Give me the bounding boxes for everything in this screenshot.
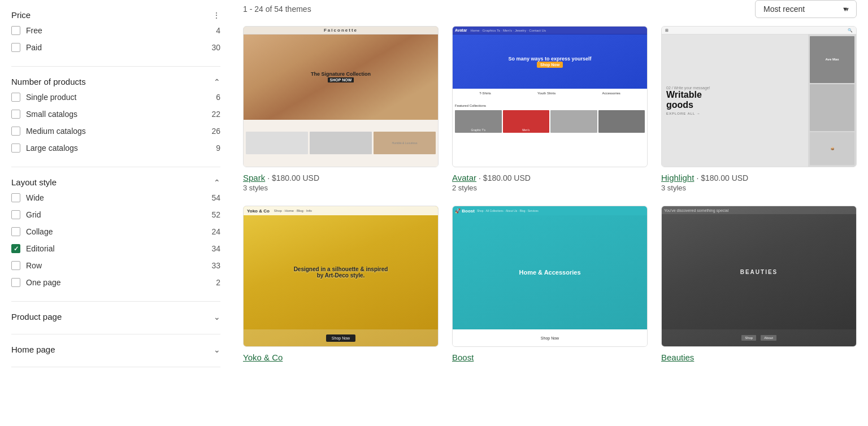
single-product-checkbox[interactable] [11, 93, 20, 102]
paid-checkbox[interactable] [11, 43, 20, 52]
number-of-products-label: Number of products [11, 77, 86, 86]
row-label: Row [26, 261, 42, 270]
paid-label: Paid [26, 43, 42, 52]
wide-checkbox[interactable] [11, 193, 20, 202]
filter-item-medium-catalogs: Medium catalogs 26 [11, 123, 220, 140]
product-page-section: Product page ⌄ [11, 302, 220, 334]
home-page-header[interactable]: Home page ⌄ [11, 345, 220, 354]
sort-chevron-icon: ▼ [842, 6, 848, 12]
boost-name: Boost [452, 353, 474, 362]
theme-card-highlight[interactable]: ⊞ 🔍 02 / Write your message! Writablegoo… [661, 26, 857, 192]
wide-label: Wide [26, 193, 44, 202]
layout-style-section: Layout style ⌃ Wide 54 Grid 52 [11, 167, 220, 302]
collage-checkbox[interactable] [11, 227, 20, 236]
theme-card-boost[interactable]: 🚀 Boost Shop · All Collections · About U… [452, 206, 648, 362]
sidebar: Price ⋮ Free 4 Paid 30 Number of [0, 0, 232, 426]
spark-image: Falconette The Signature CollectionSHOP … [243, 26, 439, 167]
filter-item-row: Row 33 [11, 257, 220, 274]
theme-card-spark[interactable]: Falconette The Signature CollectionSHOP … [243, 26, 439, 192]
grid-count: 52 [211, 210, 220, 219]
filter-item-collage: Collage 24 [11, 223, 220, 240]
home-page-section: Home page ⌄ [11, 334, 220, 367]
number-of-products-section: Number of products ⌃ Single product 6 Sm… [11, 67, 220, 167]
price-chevron-icon: ⋮ [212, 11, 220, 20]
sort-button[interactable]: Most recent ▼ [755, 0, 857, 18]
price-filter-label: Price [11, 10, 31, 20]
spark-price: · $180.00 USD [267, 173, 319, 182]
editorial-count: 34 [211, 244, 220, 253]
boost-info: Boost [452, 353, 648, 362]
small-catalogs-label: Small catalogs [26, 110, 77, 119]
one-page-label: One page [26, 278, 61, 287]
paid-count: 30 [211, 43, 220, 52]
spark-name: Spark [243, 173, 265, 182]
product-page-header[interactable]: Product page ⌄ [11, 312, 220, 321]
boost-image: 🚀 Boost Shop · All Collections · About U… [452, 206, 648, 347]
price-filter-section: Price ⋮ Free 4 Paid 30 [11, 0, 220, 67]
nop-chevron-icon: ⌃ [214, 77, 220, 86]
medium-catalogs-label: Medium catalogs [26, 127, 86, 136]
page-layout: Price ⋮ Free 4 Paid 30 Number of [0, 0, 868, 426]
one-page-checkbox[interactable] [11, 278, 20, 287]
single-product-label: Single product [26, 93, 77, 102]
avatar-mock-image: Avatar Home · Graphics Ts · Men's · Jewe… [453, 27, 647, 167]
filter-item-free: Free 4 [11, 22, 220, 39]
filter-item-wide: Wide 54 [11, 189, 220, 206]
wide-count: 54 [211, 193, 220, 202]
highlight-info: Highlight · $180.00 USD 3 styles [661, 173, 857, 192]
price-filter-header[interactable]: Price ⋮ [11, 10, 220, 20]
yoko-name: Yoko & Co [243, 353, 283, 362]
theme-grid: Falconette The Signature CollectionSHOP … [243, 26, 857, 362]
free-count: 4 [216, 26, 220, 35]
row-count: 33 [211, 261, 220, 270]
small-catalogs-count: 22 [211, 110, 220, 119]
spark-styles: 3 styles [243, 184, 439, 192]
product-page-label: Product page [11, 312, 62, 321]
large-catalogs-checkbox[interactable] [11, 144, 20, 153]
large-catalogs-count: 9 [216, 144, 220, 153]
grid-checkbox[interactable] [11, 210, 20, 219]
layout-style-header[interactable]: Layout style ⌃ [11, 177, 220, 187]
theme-card-yoko[interactable]: Yoko & Co Shop · Home · Blog · Info Desi… [243, 206, 439, 362]
grid-label: Grid [26, 210, 41, 219]
filter-item-editorial: Editorial 34 [11, 240, 220, 257]
collage-label: Collage [26, 227, 53, 236]
row-checkbox[interactable] [11, 261, 20, 270]
highlight-styles: 3 styles [661, 184, 857, 192]
free-checkbox[interactable] [11, 26, 20, 35]
single-product-count: 6 [216, 93, 220, 102]
editorial-label: Editorial [26, 244, 55, 253]
filter-item-small-catalogs: Small catalogs 22 [11, 106, 220, 123]
home-page-label: Home page [11, 345, 55, 354]
filter-item-large-catalogs: Large catalogs 9 [11, 140, 220, 157]
beauties-info: Beauties [661, 353, 857, 362]
filter-item-grid: Grid 52 [11, 206, 220, 223]
small-catalogs-checkbox[interactable] [11, 110, 20, 119]
highlight-image: ⊞ 🔍 02 / Write your message! Writablegoo… [661, 26, 857, 167]
beauties-name: Beauties [661, 353, 694, 362]
collage-count: 24 [211, 227, 220, 236]
editorial-checkbox[interactable] [11, 244, 20, 253]
medium-catalogs-count: 26 [211, 127, 220, 136]
theme-card-beauties[interactable]: You've discovered something special BEAU… [661, 206, 857, 362]
avatar-price: · $180.00 USD [479, 173, 531, 182]
filter-item-one-page: One page 2 [11, 274, 220, 291]
spark-info: Spark · $180.00 USD 3 styles [243, 173, 439, 192]
avatar-info: Avatar · $180.00 USD 2 styles [452, 173, 648, 192]
product-page-chevron-icon: ⌄ [214, 312, 220, 321]
medium-catalogs-checkbox[interactable] [11, 127, 20, 136]
layout-chevron-icon: ⌃ [214, 178, 220, 187]
yoko-info: Yoko & Co [243, 353, 439, 362]
number-of-products-header[interactable]: Number of products ⌃ [11, 77, 220, 86]
highlight-name: Highlight [661, 173, 694, 182]
layout-style-label: Layout style [11, 177, 57, 187]
spark-mock-image: Falconette The Signature CollectionSHOP … [244, 27, 438, 167]
highlight-mock-image: ⊞ 🔍 02 / Write your message! Writablegoo… [662, 27, 856, 167]
avatar-image: Avatar Home · Graphics Ts · Men's · Jewe… [452, 26, 648, 167]
avatar-name: Avatar [452, 173, 476, 182]
free-label: Free [26, 26, 42, 35]
large-catalogs-label: Large catalogs [26, 144, 78, 153]
theme-card-avatar[interactable]: Avatar Home · Graphics Ts · Men's · Jewe… [452, 26, 648, 192]
highlight-price: · $180.00 USD [696, 173, 748, 182]
top-bar: 1 - 24 of 54 themes Most recent ▼ [243, 0, 857, 26]
